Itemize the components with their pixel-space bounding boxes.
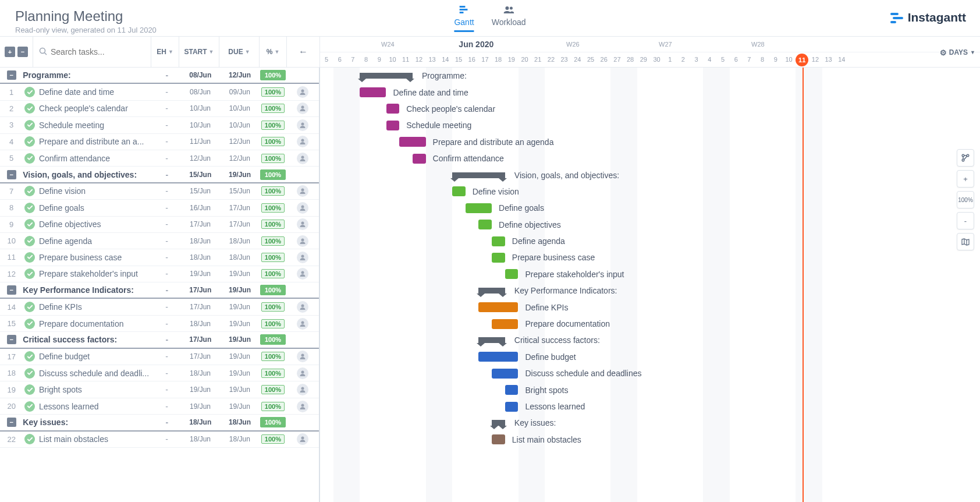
check-icon[interactable] bbox=[24, 103, 35, 114]
tab-workload[interactable]: Workload bbox=[492, 5, 526, 32]
task-bar[interactable] bbox=[505, 385, 519, 395]
avatar-icon[interactable] bbox=[297, 218, 308, 230]
avatar-icon[interactable] bbox=[297, 384, 308, 395]
avatar-icon[interactable] bbox=[297, 268, 308, 280]
group-bar[interactable] bbox=[492, 420, 505, 426]
group-row[interactable]: −Programme:-08/Jun12/Jun100% bbox=[0, 68, 319, 84]
task-bar[interactable] bbox=[492, 369, 518, 379]
branch-button[interactable] bbox=[957, 149, 974, 167]
col-header-percent[interactable]: %▼ bbox=[260, 37, 287, 67]
avatar-icon[interactable] bbox=[297, 136, 308, 147]
collapse-all-button[interactable]: − bbox=[17, 47, 28, 57]
group-bar[interactable] bbox=[478, 288, 505, 294]
days-dropdown[interactable]: ⚙ DAYS ▼ bbox=[940, 37, 975, 68]
task-row[interactable]: 19Bright spots-19/Jun19/Jun100% bbox=[0, 381, 319, 398]
col-header-due[interactable]: DUE▼ bbox=[219, 37, 260, 67]
check-icon[interactable] bbox=[24, 319, 35, 329]
check-icon[interactable] bbox=[24, 401, 35, 412]
check-icon[interactable] bbox=[24, 384, 35, 395]
task-row[interactable]: 2Check people's calendar-10/Jun10/Jun100… bbox=[0, 101, 319, 117]
task-row[interactable]: 4Prepare and distribute an a...-11/Jun12… bbox=[0, 134, 319, 150]
collapse-icon[interactable]: − bbox=[7, 335, 16, 344]
zoom-out-button[interactable]: - bbox=[957, 212, 974, 229]
task-row[interactable]: 11Prepare business case-18/Jun18/Jun100% bbox=[0, 249, 319, 266]
task-row[interactable]: 1Define date and time-08/Jun09/Jun100% bbox=[0, 84, 319, 100]
check-icon[interactable] bbox=[24, 268, 35, 279]
task-row[interactable]: 5Confirm attendance-12/Jun12/Jun100% bbox=[0, 150, 319, 167]
check-icon[interactable] bbox=[24, 203, 35, 213]
task-bar[interactable] bbox=[399, 137, 425, 147]
check-icon[interactable] bbox=[24, 252, 35, 263]
avatar-icon[interactable] bbox=[297, 351, 308, 362]
gantt-area[interactable]: Programme:Define date and timeCheck peop… bbox=[320, 68, 980, 502]
task-bar[interactable] bbox=[492, 236, 505, 246]
check-icon[interactable] bbox=[24, 87, 35, 97]
group-row[interactable]: −Critical success factors:-17/Jun19/Jun1… bbox=[0, 332, 319, 348]
zoom-in-button[interactable]: + bbox=[957, 170, 974, 188]
task-bar[interactable] bbox=[478, 352, 518, 362]
avatar-icon[interactable] bbox=[297, 235, 308, 247]
avatar-icon[interactable] bbox=[297, 86, 308, 98]
task-bar[interactable] bbox=[492, 253, 505, 263]
check-icon[interactable] bbox=[24, 186, 35, 196]
task-bar[interactable] bbox=[492, 319, 518, 329]
expand-all-button[interactable]: + bbox=[5, 47, 15, 57]
check-icon[interactable] bbox=[24, 236, 35, 246]
avatar-icon[interactable] bbox=[297, 301, 308, 313]
check-icon[interactable] bbox=[24, 302, 35, 312]
collapse-icon[interactable]: − bbox=[7, 285, 16, 295]
task-bar[interactable] bbox=[452, 186, 466, 196]
avatar-icon[interactable] bbox=[297, 401, 308, 412]
task-row[interactable]: 20Lessons learned-19/Jun19/Jun100% bbox=[0, 398, 319, 415]
check-icon[interactable] bbox=[24, 368, 35, 379]
avatar-icon[interactable] bbox=[297, 367, 308, 379]
task-row[interactable]: 22List main obstacles-18/Jun18/Jun100% bbox=[0, 432, 319, 448]
back-button[interactable]: ← bbox=[287, 37, 320, 67]
task-row[interactable]: 10Define agenda-18/Jun18/Jun100% bbox=[0, 233, 319, 249]
avatar-icon[interactable] bbox=[297, 102, 308, 114]
group-bar[interactable] bbox=[452, 172, 505, 178]
task-bar[interactable] bbox=[360, 87, 386, 97]
check-icon[interactable] bbox=[24, 153, 35, 164]
avatar-icon[interactable] bbox=[297, 318, 308, 330]
avatar-icon[interactable] bbox=[297, 433, 308, 445]
check-icon[interactable] bbox=[24, 351, 35, 362]
task-bar[interactable] bbox=[505, 402, 519, 412]
task-row[interactable]: 12Prepare stakeholder's input-19/Jun19/J… bbox=[0, 266, 319, 282]
task-bar[interactable] bbox=[386, 121, 400, 130]
avatar-icon[interactable] bbox=[297, 252, 308, 263]
task-bar[interactable] bbox=[492, 434, 505, 444]
task-bar[interactable] bbox=[466, 203, 492, 213]
task-row[interactable]: 18Discuss schedule and deadli...-18/Jun1… bbox=[0, 365, 319, 381]
task-row[interactable]: 14Define KPIs-17/Jun19/Jun100% bbox=[0, 299, 319, 315]
task-bar[interactable] bbox=[413, 154, 426, 164]
group-row[interactable]: −Key issues:-18/Jun18/Jun100% bbox=[0, 415, 319, 431]
task-row[interactable]: 7Define vision-15/Jun15/Jun100% bbox=[0, 183, 319, 200]
collapse-icon[interactable]: − bbox=[7, 170, 16, 179]
group-bar[interactable] bbox=[478, 337, 505, 343]
col-header-eh[interactable]: EH▼ bbox=[151, 37, 179, 67]
collapse-icon[interactable]: − bbox=[7, 418, 16, 427]
task-row[interactable]: 17Define budget-17/Jun19/Jun100% bbox=[0, 349, 319, 365]
avatar-icon[interactable] bbox=[297, 153, 308, 164]
avatar-icon[interactable] bbox=[297, 185, 308, 197]
task-row[interactable]: 3Schedule meeting-10/Jun10/Jun100% bbox=[0, 117, 319, 133]
check-icon[interactable] bbox=[24, 120, 35, 130]
group-bar[interactable] bbox=[360, 73, 413, 79]
task-bar[interactable] bbox=[478, 220, 492, 229]
avatar-icon[interactable] bbox=[297, 202, 308, 214]
group-row[interactable]: −Key Performance Indicators:-17/Jun19/Ju… bbox=[0, 282, 319, 299]
task-bar[interactable] bbox=[478, 302, 518, 312]
check-icon[interactable] bbox=[24, 434, 35, 444]
minimap-button[interactable] bbox=[957, 233, 974, 250]
zoom-reset-button[interactable]: 100% bbox=[957, 191, 974, 208]
avatar-icon[interactable] bbox=[297, 119, 308, 131]
check-icon[interactable] bbox=[24, 136, 35, 147]
task-row[interactable]: 15Prepare documentation-18/Jun19/Jun100% bbox=[0, 316, 319, 332]
check-icon[interactable] bbox=[24, 219, 35, 229]
task-bar[interactable] bbox=[505, 269, 519, 279]
group-row[interactable]: −Vision, goals, and objectives:-15/Jun19… bbox=[0, 167, 319, 183]
task-row[interactable]: 9Define objectives-17/Jun17/Jun100% bbox=[0, 217, 319, 233]
tab-gantt[interactable]: Gantt bbox=[454, 5, 474, 32]
search-input[interactable] bbox=[51, 47, 145, 56]
